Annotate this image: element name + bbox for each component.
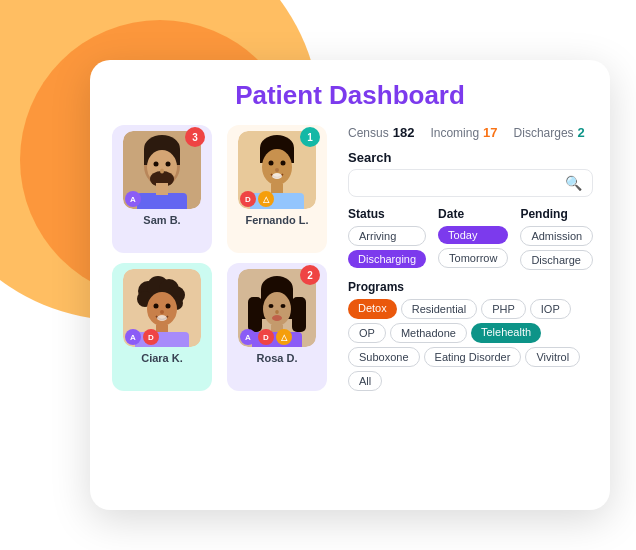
badge-a-sam: A [125, 191, 141, 207]
filters-row: Status Arriving Discharging Date Today T… [348, 207, 593, 270]
sam-avatar-badges: A [125, 191, 141, 207]
svg-point-30 [166, 304, 171, 309]
stats-row: Census 182 Incoming 17 Discharges 2 [348, 125, 593, 140]
svg-point-17 [272, 173, 282, 179]
chip-discharge[interactable]: Discharge [520, 250, 593, 270]
search-icon: 🔍 [565, 175, 582, 191]
pending-label: Pending [520, 207, 593, 221]
svg-point-18 [275, 168, 279, 172]
patient-name-fernando: Fernando L. [246, 214, 309, 226]
badge-a-rosa: A [240, 329, 256, 345]
chip-telehealth[interactable]: Telehealth [471, 323, 541, 343]
svg-point-8 [160, 169, 164, 174]
chip-admission[interactable]: Admission [520, 226, 593, 246]
status-chips: Arriving Discharging [348, 226, 426, 268]
filter-date: Date Today Tomorrow [438, 207, 508, 270]
chip-vivitrol[interactable]: Vivitrol [525, 347, 580, 367]
svg-rect-9 [137, 193, 187, 209]
fernando-avatar-badges: D △ [240, 191, 274, 207]
search-box[interactable]: 🔍 [348, 169, 593, 197]
programs-label: Programs [348, 280, 593, 294]
page-title: Patient Dashboard [112, 80, 588, 111]
svg-point-31 [157, 315, 167, 321]
chip-op[interactable]: OP [348, 323, 386, 343]
patient-card-rosa[interactable]: 2 [227, 263, 327, 391]
census-label: Census [348, 126, 389, 140]
filter-status: Status Arriving Discharging [348, 207, 426, 270]
patient-card-ciara[interactable]: A D Ciara K. [112, 263, 212, 391]
svg-point-16 [281, 161, 286, 166]
svg-point-42 [281, 304, 286, 308]
svg-point-41 [269, 304, 274, 308]
patient-card-sam[interactable]: 3 [112, 125, 212, 253]
incoming-label: Incoming [430, 126, 479, 140]
chip-iop[interactable]: IOP [530, 299, 571, 319]
census-value: 182 [393, 125, 415, 140]
status-label: Status [348, 207, 426, 221]
ciara-avatar-badges: A D [125, 329, 159, 345]
chip-php[interactable]: PHP [481, 299, 526, 319]
search-input[interactable] [359, 176, 559, 191]
pending-chips: Admission Discharge [520, 226, 593, 270]
badge-count-sam: 3 [185, 127, 205, 147]
badge-d-rosa: D [258, 329, 274, 345]
svg-point-44 [272, 315, 282, 321]
badge-a-ciara: A [125, 329, 141, 345]
discharges-value: 2 [578, 125, 585, 140]
search-section: Search 🔍 [348, 150, 593, 197]
svg-rect-10 [156, 183, 168, 195]
chip-arriving[interactable]: Arriving [348, 226, 426, 246]
badge-count-rosa: 2 [300, 265, 320, 285]
svg-rect-38 [248, 297, 262, 332]
chip-today[interactable]: Today [438, 226, 508, 244]
svg-point-14 [262, 149, 292, 185]
programs-section: Programs Detox Residential PHP IOP OP Me… [348, 280, 593, 391]
chip-all[interactable]: All [348, 371, 382, 391]
chip-suboxone[interactable]: Suboxone [348, 347, 420, 367]
stat-census: Census 182 [348, 125, 414, 140]
chip-tomorrow[interactable]: Tomorrow [438, 248, 508, 268]
patient-name-sam: Sam B. [143, 214, 180, 226]
date-label: Date [438, 207, 508, 221]
patient-card-fernando[interactable]: 1 [227, 125, 327, 253]
stat-discharges: Discharges 2 [514, 125, 585, 140]
svg-point-32 [160, 310, 164, 314]
svg-point-43 [275, 310, 279, 314]
badge-d-ciara: D [143, 329, 159, 345]
chip-methadone[interactable]: Methadone [390, 323, 467, 343]
chip-eating-disorder[interactable]: Eating Disorder [424, 347, 522, 367]
chip-residential[interactable]: Residential [401, 299, 477, 319]
right-panel: Census 182 Incoming 17 Discharges 2 Sear… [348, 125, 593, 391]
badge-tri-rosa: △ [276, 329, 292, 345]
badge-triangle-fernando: △ [258, 191, 274, 207]
date-chips: Today Tomorrow [438, 226, 508, 268]
svg-point-7 [166, 162, 171, 167]
svg-point-29 [154, 304, 159, 309]
search-label: Search [348, 150, 593, 165]
incoming-value: 17 [483, 125, 497, 140]
badge-d-fernando: D [240, 191, 256, 207]
chip-detox[interactable]: Detox [348, 299, 397, 319]
discharges-label: Discharges [514, 126, 574, 140]
filter-pending: Pending Admission Discharge [520, 207, 593, 270]
svg-point-15 [269, 161, 274, 166]
svg-rect-39 [292, 297, 306, 332]
dashboard-card: Patient Dashboard 3 [90, 60, 610, 510]
rosa-avatar-badges: A D △ [240, 329, 292, 345]
patient-name-ciara: Ciara K. [141, 352, 183, 364]
stat-incoming: Incoming 17 [430, 125, 497, 140]
patients-grid: 3 [112, 125, 332, 391]
badge-count-fernando: 1 [300, 127, 320, 147]
card-body: 3 [112, 125, 588, 391]
patient-name-rosa: Rosa D. [257, 352, 298, 364]
svg-point-6 [154, 162, 159, 167]
programs-chips: Detox Residential PHP IOP OP Methadone T… [348, 299, 593, 391]
chip-discharging[interactable]: Discharging [348, 250, 426, 268]
